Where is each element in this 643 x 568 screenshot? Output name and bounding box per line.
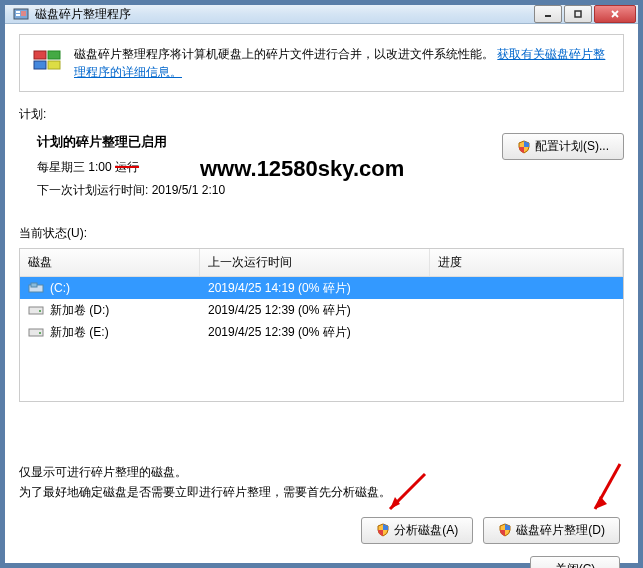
configure-schedule-button[interactable]: 配置计划(S)...: [502, 133, 624, 160]
schedule-next-run: 下一次计划运行时间: 2019/5/1 2:10: [37, 182, 502, 199]
minimize-button[interactable]: [534, 5, 562, 23]
svg-rect-3: [21, 11, 26, 16]
disk-row[interactable]: 新加卷 (E:)2019/4/25 12:39 (0% 碎片): [20, 321, 623, 343]
svg-rect-13: [31, 283, 37, 287]
svg-rect-5: [575, 11, 581, 17]
header-progress[interactable]: 进度: [430, 249, 623, 276]
drive-lastrun: 2019/4/25 14:19 (0% 碎片): [200, 280, 430, 297]
footer-note: 仅显示可进行碎片整理的磁盘。 为了最好地确定磁盘是否需要立即进行碎片整理，需要首…: [19, 462, 624, 503]
svg-rect-17: [39, 332, 41, 334]
svg-rect-11: [48, 61, 60, 69]
svg-rect-2: [16, 14, 20, 16]
schedule-label: 计划:: [19, 106, 624, 123]
shield-icon: [376, 523, 390, 537]
info-panel: 磁盘碎片整理程序将计算机硬盘上的碎片文件进行合并，以改进文件系统性能。 获取有关…: [19, 34, 624, 92]
os-drive-icon: [28, 282, 44, 294]
drive-icon: [28, 326, 44, 338]
svg-rect-1: [16, 11, 20, 13]
close-dialog-button[interactable]: 关闭(C): [530, 556, 620, 568]
drive-lastrun: 2019/4/25 12:39 (0% 碎片): [200, 324, 430, 341]
drive-name: 新加卷 (E:): [50, 324, 109, 341]
svg-rect-8: [34, 51, 46, 59]
header-lastrun[interactable]: 上一次运行时间: [200, 249, 430, 276]
drive-icon: [28, 304, 44, 316]
status-label: 当前状态(U):: [19, 225, 624, 242]
svg-rect-10: [34, 61, 46, 69]
shield-icon: [498, 523, 512, 537]
close-button[interactable]: [594, 5, 636, 23]
maximize-button[interactable]: [564, 5, 592, 23]
svg-rect-9: [48, 51, 60, 59]
defragment-disk-button[interactable]: 磁盘碎片整理(D): [483, 517, 620, 544]
disk-list: 磁盘 上一次运行时间 进度 (C:)2019/4/25 14:19 (0% 碎片…: [19, 248, 624, 402]
app-icon: [13, 6, 29, 22]
schedule-frequency: 每星期三 1:00 运行: [37, 159, 502, 176]
window-title: 磁盘碎片整理程序: [35, 6, 534, 23]
info-text: 磁盘碎片整理程序将计算机硬盘上的碎片文件进行合并，以改进文件系统性能。: [74, 47, 494, 61]
defrag-icon: [32, 45, 64, 77]
drive-name: (C:): [50, 281, 70, 295]
svg-rect-15: [39, 310, 41, 312]
header-disk[interactable]: 磁盘: [20, 249, 200, 276]
disk-list-header: 磁盘 上一次运行时间 进度: [20, 249, 623, 277]
drive-lastrun: 2019/4/25 12:39 (0% 碎片): [200, 302, 430, 319]
disk-row[interactable]: (C:)2019/4/25 14:19 (0% 碎片): [20, 277, 623, 299]
disk-row[interactable]: 新加卷 (D:)2019/4/25 12:39 (0% 碎片): [20, 299, 623, 321]
titlebar: 磁盘碎片整理程序: [5, 5, 638, 24]
schedule-title: 计划的碎片整理已启用: [37, 133, 502, 151]
analyze-disk-button[interactable]: 分析磁盘(A): [361, 517, 473, 544]
drive-name: 新加卷 (D:): [50, 302, 109, 319]
shield-icon: [517, 140, 531, 154]
